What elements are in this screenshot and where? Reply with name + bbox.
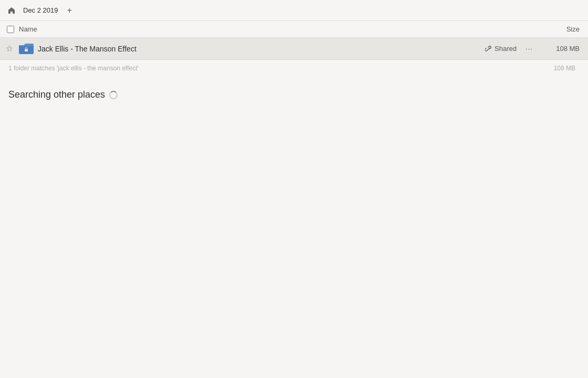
checkbox-input[interactable] (7, 26, 14, 33)
shared-label: Shared (495, 45, 517, 52)
name-column-header: Name (17, 25, 542, 33)
size-column-header: Size (542, 25, 584, 33)
column-header-row: Name Size (0, 21, 588, 38)
file-name: Jack Ellis - The Manson Effect (38, 45, 485, 53)
shared-badge: Shared (485, 45, 517, 52)
new-tab-button[interactable]: + (62, 3, 77, 18)
file-list-row[interactable]: Jack Ellis - The Manson Effect Shared ··… (0, 38, 588, 60)
svg-rect-2 (25, 49, 28, 51)
star-button[interactable] (4, 44, 15, 54)
folder-icon (18, 40, 35, 57)
summary-size: 108 MB (554, 65, 580, 72)
summary-row: 1 folder matches 'jack ellis - the manso… (0, 60, 588, 77)
breadcrumb: Dec 2 2019 (23, 6, 58, 14)
loading-spinner (109, 91, 118, 99)
summary-text: 1 folder matches 'jack ellis - the manso… (8, 65, 554, 72)
searching-text: Searching other places (8, 89, 105, 100)
more-options-button[interactable]: ··· (523, 43, 536, 55)
home-button[interactable] (4, 3, 19, 18)
searching-section: Searching other places (0, 77, 588, 113)
select-all-checkbox[interactable] (4, 26, 17, 33)
link-icon (485, 45, 492, 52)
file-size: 108 MB (542, 45, 584, 52)
searching-label: Searching other places (8, 89, 580, 100)
top-bar: Dec 2 2019 + (0, 0, 588, 21)
more-icon: ··· (526, 45, 533, 52)
